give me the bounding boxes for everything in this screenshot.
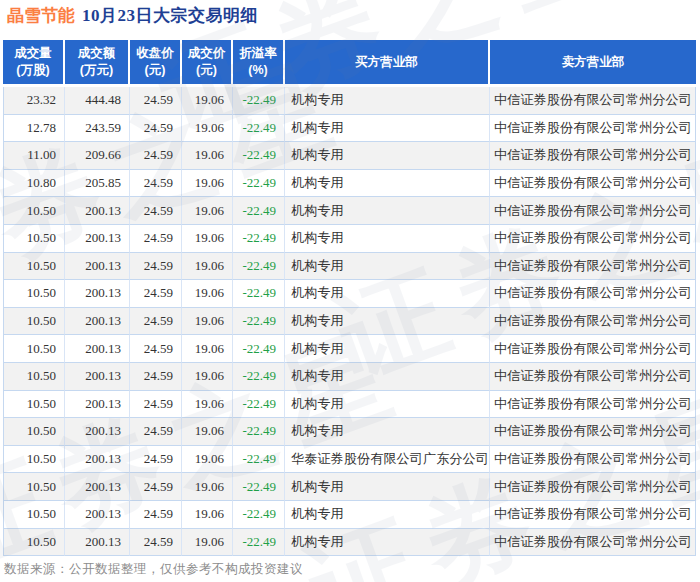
close-price-cell: 24.59 [130, 363, 182, 391]
seller-cell: 中信证券股份有限公司常州分公司 [490, 142, 696, 170]
premium-cell: -22.49 [233, 197, 285, 225]
premium-cell: -22.49 [233, 87, 285, 115]
seller-cell: 中信证券股份有限公司常州分公司 [490, 418, 696, 446]
amount-cell: 200.13 [65, 473, 130, 501]
trade-price-cell: 19.06 [182, 363, 233, 391]
buyer-cell: 机构专用 [285, 170, 490, 198]
amount-cell: 444.48 [65, 87, 130, 115]
premium-cell: -22.49 [233, 280, 285, 308]
close-price-cell: 24.59 [130, 473, 182, 501]
column-header-volume: 成交量 (万股) [3, 40, 65, 87]
premium-cell: -22.49 [233, 170, 285, 198]
column-header-seller-department: 卖方营业部 [490, 40, 696, 87]
table-row: 12.78243.5924.5919.06-22.49机构专用中信证券股份有限公… [3, 115, 696, 143]
seller-cell: 中信证券股份有限公司常州分公司 [490, 253, 696, 281]
amount-cell: 200.13 [65, 501, 130, 529]
table-row: 10.50200.1324.5919.06-22.49机构专用中信证券股份有限公… [3, 391, 696, 419]
column-header-close-price: 收盘价 (元) [130, 40, 182, 87]
trade-price-cell: 19.06 [182, 335, 233, 363]
buyer-cell: 机构专用 [285, 501, 490, 529]
trade-price-cell: 19.06 [182, 225, 233, 253]
close-price-cell: 24.59 [130, 446, 182, 474]
buyer-cell: 华泰证券股份有限公司广东分公司 [285, 446, 490, 474]
volume-cell: 10.50 [3, 197, 65, 225]
buyer-cell: 机构专用 [285, 418, 490, 446]
table-row: 10.50200.1324.5919.06-22.49机构专用中信证券股份有限公… [3, 253, 696, 281]
amount-cell: 200.13 [65, 197, 130, 225]
table-row: 10.50200.1324.5919.06-22.49机构专用中信证券股份有限公… [3, 501, 696, 529]
page-title: 晶雪节能10月23日大宗交易明细 [7, 4, 258, 27]
volume-cell: 10.50 [3, 363, 65, 391]
buyer-cell: 机构专用 [285, 253, 490, 281]
block-trades-table: 成交量 (万股)成交额 (万元)收盘价 (元)成交价 (元)折溢率 (%)买方营… [3, 40, 696, 556]
premium-cell: -22.49 [233, 225, 285, 253]
column-header-trade-price: 成交价 (元) [182, 40, 233, 87]
seller-cell: 中信证券股份有限公司常州分公司 [490, 308, 696, 336]
table-row: 10.50200.1324.5919.06-22.49机构专用中信证券股份有限公… [3, 225, 696, 253]
volume-cell: 10.80 [3, 170, 65, 198]
buyer-cell: 机构专用 [285, 473, 490, 501]
seller-cell: 中信证券股份有限公司常州分公司 [490, 87, 696, 115]
amount-cell: 200.13 [65, 529, 130, 557]
premium-cell: -22.49 [233, 115, 285, 143]
amount-cell: 200.13 [65, 363, 130, 391]
trade-price-cell: 19.06 [182, 501, 233, 529]
amount-cell: 205.85 [65, 170, 130, 198]
table-row: 10.50200.1324.5919.06-22.49机构专用中信证券股份有限公… [3, 363, 696, 391]
buyer-cell: 机构专用 [285, 391, 490, 419]
premium-cell: -22.49 [233, 473, 285, 501]
trade-price-cell: 19.06 [182, 197, 233, 225]
seller-cell: 中信证券股份有限公司常州分公司 [490, 280, 696, 308]
volume-cell: 10.50 [3, 253, 65, 281]
buyer-cell: 机构专用 [285, 335, 490, 363]
volume-cell: 10.50 [3, 391, 65, 419]
trade-price-cell: 19.06 [182, 391, 233, 419]
amount-cell: 200.13 [65, 391, 130, 419]
table-row: 10.50200.1324.5919.06-22.49机构专用中信证券股份有限公… [3, 335, 696, 363]
trade-price-cell: 19.06 [182, 253, 233, 281]
seller-cell: 中信证券股份有限公司常州分公司 [490, 335, 696, 363]
buyer-cell: 机构专用 [285, 115, 490, 143]
table-row: 10.50200.1324.5919.06-22.49机构专用中信证券股份有限公… [3, 197, 696, 225]
volume-cell: 12.78 [3, 115, 65, 143]
buyer-cell: 机构专用 [285, 87, 490, 115]
table-row: 10.50200.1324.5919.06-22.49机构专用中信证券股份有限公… [3, 280, 696, 308]
trade-price-cell: 19.06 [182, 473, 233, 501]
seller-cell: 中信证券股份有限公司常州分公司 [490, 529, 696, 557]
close-price-cell: 24.59 [130, 391, 182, 419]
close-price-cell: 24.59 [130, 308, 182, 336]
premium-cell: -22.49 [233, 253, 285, 281]
amount-cell: 200.13 [65, 253, 130, 281]
premium-cell: -22.49 [233, 308, 285, 336]
trade-price-cell: 19.06 [182, 280, 233, 308]
seller-cell: 中信证券股份有限公司常州分公司 [490, 115, 696, 143]
trade-price-cell: 19.06 [182, 87, 233, 115]
premium-cell: -22.49 [233, 446, 285, 474]
amount-cell: 200.13 [65, 418, 130, 446]
amount-cell: 200.13 [65, 225, 130, 253]
premium-cell: -22.49 [233, 335, 285, 363]
trade-price-cell: 19.06 [182, 142, 233, 170]
amount-cell: 200.13 [65, 308, 130, 336]
volume-cell: 10.50 [3, 446, 65, 474]
table-row: 10.80205.8524.5919.06-22.49机构专用中信证券股份有限公… [3, 170, 696, 198]
amount-cell: 200.13 [65, 280, 130, 308]
seller-cell: 中信证券股份有限公司常州分公司 [490, 363, 696, 391]
volume-cell: 10.50 [3, 418, 65, 446]
volume-cell: 10.50 [3, 308, 65, 336]
table-body: 23.32444.4824.5919.06-22.49机构专用中信证券股份有限公… [3, 87, 696, 556]
premium-cell: -22.49 [233, 391, 285, 419]
table-row: 10.50200.1324.5919.06-22.49机构专用中信证券股份有限公… [3, 418, 696, 446]
close-price-cell: 24.59 [130, 142, 182, 170]
buyer-cell: 机构专用 [285, 142, 490, 170]
table-row: 10.50200.1324.5919.06-22.49机构专用中信证券股份有限公… [3, 473, 696, 501]
seller-cell: 中信证券股份有限公司常州分公司 [490, 473, 696, 501]
column-header-buyer-department: 买方营业部 [285, 40, 490, 87]
close-price-cell: 24.59 [130, 225, 182, 253]
volume-cell: 11.00 [3, 142, 65, 170]
volume-cell: 10.50 [3, 335, 65, 363]
source-note: 数据来源：公开数据整理，仅供参考不构成投资建议 [4, 561, 303, 578]
volume-cell: 10.50 [3, 225, 65, 253]
seller-cell: 中信证券股份有限公司常州分公司 [490, 170, 696, 198]
buyer-cell: 机构专用 [285, 529, 490, 557]
